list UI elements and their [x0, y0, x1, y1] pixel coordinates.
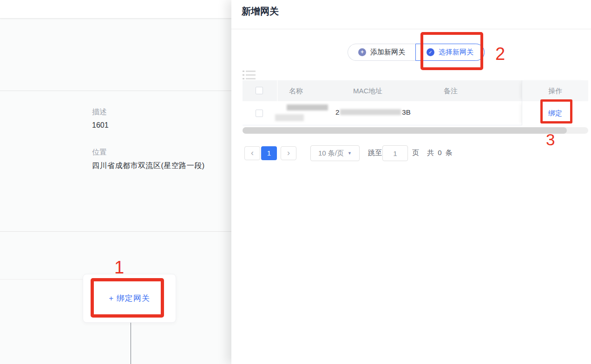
mac-visible-end: 3B: [402, 108, 410, 116]
screen: 描述 1601 位置 四川省成都市双流区(星空路一段) + 绑定网关 新增网关 …: [0, 0, 591, 364]
jump-page-input[interactable]: [382, 145, 408, 161]
select-new-gateway-button[interactable]: ✓ 选择新网关: [415, 44, 485, 61]
mac-visible-start: 2: [335, 108, 339, 116]
column-header-operation: 操作: [522, 80, 588, 101]
table-row: 2 3B 绑定: [243, 101, 588, 125]
divider: [0, 231, 231, 232]
current-page-button[interactable]: 1: [261, 146, 277, 160]
column-header-remark: 备注: [444, 80, 458, 101]
jump-to-label: 跳至: [368, 149, 382, 157]
divider: [0, 91, 231, 91]
redacted-mac-segment: [340, 109, 401, 115]
page-size-select[interactable]: 10 条/页 ▼: [310, 145, 360, 161]
top-bar: [0, 0, 231, 19]
divider: [277, 80, 278, 101]
horizontal-scrollbar-thumb[interactable]: [243, 127, 567, 134]
divider: [231, 29, 591, 29]
add-gateway-drawer: 新增网关 + 添加新网关 ✓ 选择新网关 名称 MAC地址: [231, 0, 591, 364]
device-detail-panel: 描述 1601 位置 四川省成都市双流区(星空路一段) + 绑定网关: [0, 0, 231, 364]
horizontal-scrollbar-track[interactable]: [243, 127, 588, 134]
check-circle-icon: ✓: [427, 48, 434, 56]
operation-cell: 绑定: [522, 101, 588, 125]
page-unit-label: 页: [412, 149, 419, 157]
description-value: 1601: [92, 121, 109, 130]
total-count-label: 共 0 条: [427, 149, 453, 157]
location-value: 四川省成都市双流区(星空路一段): [92, 161, 205, 171]
next-page-button[interactable]: ›: [281, 146, 296, 160]
description-label: 描述: [92, 107, 107, 117]
row-checkbox[interactable]: [256, 110, 263, 117]
caret-down-icon: ▼: [348, 151, 352, 156]
table-header-row: 名称 MAC地址 备注 操作: [243, 80, 588, 101]
page-size-value: 10 条/页: [318, 149, 344, 158]
location-label: 位置: [92, 148, 107, 157]
gateway-mode-button-group: + 添加新网关 ✓ 选择新网关: [348, 44, 485, 61]
mac-address-cell: 2 3B: [335, 107, 411, 117]
select-new-gateway-label: 选择新网关: [439, 48, 473, 57]
redacted-name-line2: [275, 114, 304, 121]
divider: [0, 279, 84, 280]
select-all-checkbox[interactable]: [256, 87, 263, 94]
bind-gateway-card[interactable]: + 绑定网关: [83, 274, 176, 323]
plus-circle-icon: +: [358, 48, 366, 56]
add-new-gateway-button[interactable]: + 添加新网关: [348, 44, 415, 61]
tree-connector-line: [131, 323, 131, 364]
drawer-title: 新增网关: [242, 5, 279, 18]
bind-link[interactable]: 绑定: [548, 109, 562, 118]
gateway-table: 名称 MAC地址 备注 操作 2 3B 绑定: [243, 80, 588, 125]
prev-page-button[interactable]: ‹: [244, 146, 260, 160]
redacted-name-line1: [287, 104, 328, 110]
bind-gateway-button[interactable]: + 绑定网关: [109, 293, 150, 304]
column-header-name: 名称: [289, 80, 303, 101]
column-header-mac: MAC地址: [353, 80, 382, 101]
add-new-gateway-label: 添加新网关: [370, 48, 405, 57]
list-view-icon[interactable]: [243, 71, 256, 79]
